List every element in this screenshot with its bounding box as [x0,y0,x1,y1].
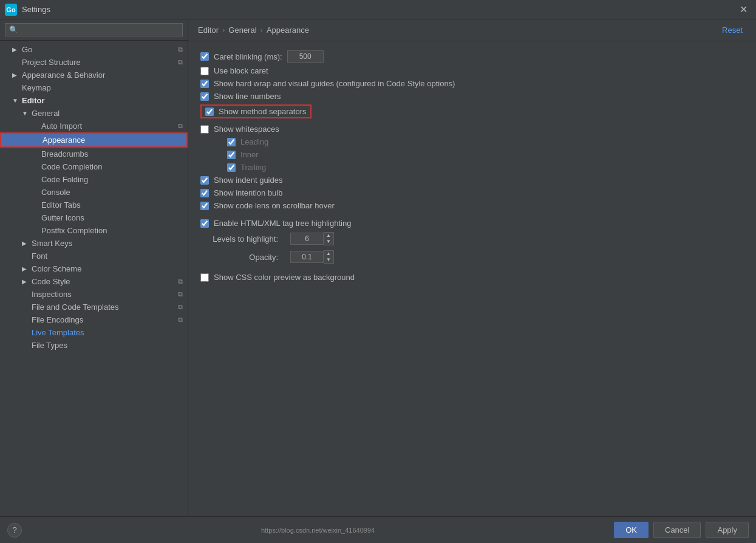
footer-url: https://blog.csdn.net/weixin_41640994 [261,527,375,534]
sidebar-item-label: Console [41,188,70,197]
title-bar: Go Settings ✕ [0,0,756,19]
trailing-row: Trailing [200,161,744,174]
levels-up-button[interactable]: ▲ [324,233,333,239]
show-hard-wrap-label: Show hard wrap and visual guides (config… [214,79,455,88]
sidebar-item-editor[interactable]: ▼ Editor [0,94,188,107]
sidebar-item-smart-keys[interactable]: ▶ Smart Keys [0,237,188,250]
breadcrumb: Editor › General › Appearance [198,26,309,35]
copy-icon: ⧉ [178,316,183,324]
search-input[interactable] [5,23,183,36]
sidebar-item-code-style[interactable]: ▶ Code Style ⧉ [0,275,188,288]
enable-html-xml-label: Enable HTML/XML tag tree highlighting [214,219,351,228]
show-method-separators-label: Show method separators [219,107,307,116]
go-arrow: ▶ [12,46,22,53]
sidebar-item-file-code-templates[interactable]: File and Code Templates ⧉ [0,301,188,313]
close-button[interactable]: ✕ [736,2,751,16]
sidebar-item-inspections[interactable]: Inspections ⧉ [0,288,188,301]
apply-button[interactable]: Apply [706,522,749,538]
gen-arrow: ▼ [22,110,32,117]
show-code-lens-checkbox[interactable] [200,202,209,210]
show-intention-bulb-checkbox[interactable] [200,189,209,197]
help-button[interactable]: ? [7,523,22,538]
sidebar-item-code-completion[interactable]: Code Completion [0,160,188,173]
levels-spinner-buttons: ▲ ▼ [324,232,334,245]
inner-checkbox[interactable] [227,151,236,159]
show-css-color-row: Show CSS color preview as background [200,271,744,284]
sidebar-item-label: Go [22,45,32,54]
levels-to-highlight-row: Levels to highlight: ▲ ▼ [200,230,744,248]
sidebar-item-label: File and Code Templates [32,302,119,312]
show-method-separators-checkbox[interactable] [205,108,214,116]
show-line-numbers-label: Show line numbers [214,92,281,101]
sidebar-item-label: Keymap [22,83,51,92]
sidebar-item-file-types[interactable]: File Types [0,339,188,352]
sidebar-item-color-scheme[interactable]: ▶ Color Scheme [0,262,188,275]
sidebar-item-label: File Encodings [32,315,83,324]
caret-blinking-checkbox[interactable] [200,52,209,61]
main-layout: ▶ Go ⧉ Project Structure ⧉ ▶ Appearance … [0,19,756,516]
sidebar-item-label: Editor [22,96,45,105]
opacity-up-button[interactable]: ▲ [324,251,333,257]
sidebar-item-live-templates[interactable]: Live Templates [0,326,188,339]
sidebar-item-gutter-icons[interactable]: Gutter Icons [0,211,188,224]
sidebar-item-label: Postfix Completion [41,226,107,235]
show-hard-wrap-checkbox[interactable] [200,80,209,88]
levels-down-button[interactable]: ▼ [324,239,333,245]
ab-arrow: ▶ [12,72,22,78]
leading-row: Leading [200,135,744,148]
sidebar-item-file-encodings[interactable]: File Encodings ⧉ [0,313,188,326]
sidebar-item-project-structure[interactable]: Project Structure ⧉ [0,56,188,69]
settings-content: Caret blinking (ms): Use block caret Sho… [188,41,756,516]
trailing-checkbox[interactable] [227,163,236,172]
sidebar-item-appearance[interactable]: Appearance [0,132,188,148]
sidebar-item-font[interactable]: Font [0,250,188,262]
sidebar-item-editor-tabs[interactable]: Editor Tabs [0,199,188,211]
inner-label: Inner [240,150,259,159]
cancel-button[interactable]: Cancel [653,522,701,538]
trailing-label: Trailing [240,163,266,172]
show-indent-guides-checkbox[interactable] [200,176,209,185]
sidebar-item-general[interactable]: ▼ General [0,107,188,120]
sidebar-item-breadcrumbs[interactable]: Breadcrumbs [0,148,188,160]
sidebar-item-auto-import[interactable]: Auto Import ⧉ [0,120,188,132]
breadcrumb-editor: Editor [198,26,219,35]
content-area: Editor › General › Appearance Reset Care… [188,19,756,516]
sidebar-item-go[interactable]: ▶ Go ⧉ [0,43,188,56]
show-whitespaces-checkbox[interactable] [200,125,209,134]
levels-to-highlight-label: Levels to highlight: [200,234,285,244]
sidebar-item-console[interactable]: Console [0,186,188,199]
sidebar-item-label: Color Scheme [32,264,81,273]
window-title: Settings [22,5,50,14]
ok-button[interactable]: OK [614,522,649,538]
show-whitespaces-label: Show whitespaces [214,125,279,134]
cst-arrow: ▶ [22,278,32,285]
sidebar-item-label: File Types [32,341,67,350]
sidebar-item-postfix-completion[interactable]: Postfix Completion [0,224,188,237]
opacity-field[interactable] [290,251,324,263]
show-css-color-checkbox[interactable] [200,273,209,282]
caret-blinking-label: Caret blinking (ms): [214,52,282,61]
sidebar-item-code-folding[interactable]: Code Folding [0,173,188,186]
levels-field[interactable] [290,233,324,245]
show-line-numbers-row: Show line numbers [200,90,744,103]
show-line-numbers-checkbox[interactable] [200,92,209,101]
sidebar-item-label: Live Templates [32,328,84,337]
sidebar-item-label: General [32,109,60,118]
opacity-down-button[interactable]: ▼ [324,257,333,263]
enable-html-xml-checkbox[interactable] [200,219,209,228]
leading-checkbox[interactable] [227,138,236,146]
breadcrumb-general: General [228,26,256,35]
use-block-caret-checkbox[interactable] [200,67,209,75]
sidebar-item-label: Code Style [32,277,70,286]
show-intention-bulb-row: Show intention bulb [200,186,744,199]
sidebar-item-appearance-behavior[interactable]: ▶ Appearance & Behavior [0,69,188,81]
reset-button[interactable]: Reset [718,24,746,36]
show-code-lens-row: Show code lens on scrollbar hover [200,199,744,212]
sidebar-item-keymap[interactable]: Keymap [0,81,188,94]
opacity-row: Opacity: ▲ ▼ [200,248,744,266]
caret-blinking-input[interactable] [287,50,324,63]
sidebar-item-label: Code Folding [41,175,88,184]
sidebar-item-label: Breadcrumbs [41,149,88,159]
copy-icon: ⧉ [178,46,183,53]
opacity-spinner: ▲ ▼ [290,250,334,264]
